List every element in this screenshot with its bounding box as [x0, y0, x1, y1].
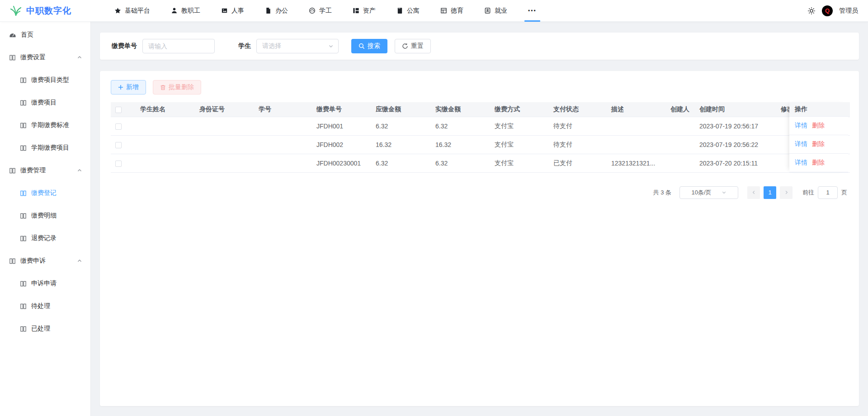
- batch-delete-button[interactable]: 批量删除: [153, 80, 201, 95]
- detail-link[interactable]: 详情: [795, 140, 807, 148]
- add-button[interactable]: 新增: [111, 80, 146, 95]
- reset-button[interactable]: 重置: [395, 39, 431, 53]
- book-icon: [20, 280, 27, 287]
- nav-item-10[interactable]: •••: [522, 0, 543, 22]
- book-icon: [20, 77, 27, 84]
- sidebar-item-缴费管理[interactable]: 缴费管理: [0, 159, 90, 182]
- nav-item-7[interactable]: 公寓: [390, 0, 426, 22]
- delete-link[interactable]: 删除: [812, 159, 825, 167]
- cell-student_no: [254, 117, 312, 135]
- nav-item-6[interactable]: 资产: [346, 0, 382, 22]
- sidebar-item-已处理[interactable]: 已处理: [0, 317, 90, 340]
- cell-amount_due: 16.32: [371, 135, 431, 154]
- cell-pay_status: 待支付: [549, 117, 607, 135]
- select-all-checkbox[interactable]: [115, 107, 122, 113]
- sidebar-item-缴费申诉[interactable]: 缴费申诉: [0, 250, 90, 272]
- settings-gear-icon[interactable]: [807, 7, 816, 15]
- page-size-select[interactable]: 10条/页: [679, 186, 738, 199]
- app-title: 中职数字化: [26, 5, 71, 17]
- book-icon: [20, 122, 27, 129]
- column-header: 缴费单号: [312, 102, 371, 117]
- student-select-placeholder: 请选择: [262, 42, 281, 50]
- employment-icon: [484, 7, 491, 14]
- column-header: 创建时间: [695, 102, 776, 117]
- nav-item-9[interactable]: 就业: [478, 0, 514, 22]
- sidebar-item-学期缴费标准[interactable]: 学期缴费标准: [0, 114, 90, 137]
- detail-link[interactable]: 详情: [795, 159, 807, 167]
- prev-page-button[interactable]: [747, 186, 760, 199]
- nav-item-3[interactable]: 人事: [215, 0, 250, 22]
- cell-student_name: [136, 117, 195, 135]
- search-button[interactable]: 搜索: [351, 39, 387, 53]
- sidebar-item-申诉申请[interactable]: 申诉申请: [0, 272, 90, 295]
- sidebar-item-待处理[interactable]: 待处理: [0, 295, 90, 317]
- chevron-right-icon: [784, 190, 789, 195]
- user-avatar[interactable]: Q: [822, 5, 833, 16]
- book-icon: [20, 303, 27, 310]
- cell-amount_due: 6.32: [371, 154, 431, 172]
- goto-page-input[interactable]: [818, 186, 838, 199]
- nav-item-label: 资产: [363, 7, 376, 15]
- chevron-up-icon: [77, 55, 82, 60]
- cell-order_no: JFDH00230001: [312, 154, 371, 172]
- column-header: 身份证号: [195, 102, 254, 117]
- nav-item-label: 德育: [451, 7, 463, 15]
- sidebar-item-缴费项目类型[interactable]: 缴费项目类型: [0, 69, 90, 91]
- top-nav: 基础平台教职工人事办公学工资产公寓德育就业•••: [104, 0, 547, 22]
- cell-pay_status: 已支付: [549, 154, 607, 172]
- nav-item-4[interactable]: 办公: [259, 0, 294, 22]
- book-icon: [20, 326, 27, 332]
- nav-item-2[interactable]: 教职工: [165, 0, 207, 22]
- order-no-input[interactable]: [142, 39, 215, 53]
- user-name[interactable]: 管理员: [839, 7, 858, 15]
- total-count: 共 3 条: [653, 189, 671, 197]
- search-icon: [359, 43, 365, 49]
- sidebar-item-缴费登记[interactable]: 缴费登记: [0, 182, 90, 204]
- apartment-icon: [396, 7, 403, 14]
- cell-student_no: [254, 135, 312, 154]
- row-checkbox[interactable]: [115, 142, 122, 148]
- student-label: 学生: [238, 42, 251, 50]
- page-number-1[interactable]: 1: [764, 186, 776, 199]
- sidebar-item-label: 缴费项目: [31, 99, 57, 107]
- operation-column: 操作 详情删除详情删除详情删除: [789, 102, 848, 172]
- nav-item-5[interactable]: 学工: [302, 0, 338, 22]
- nav-item-8[interactable]: 德育: [434, 0, 470, 22]
- nav-item-1[interactable]: 基础平台: [108, 0, 156, 22]
- sidebar-item-首页[interactable]: 首页: [0, 24, 90, 46]
- book-icon: [9, 167, 16, 174]
- app-header: 中职数字化 基础平台教职工人事办公学工资产公寓德育就业••• Q 管理员: [0, 0, 868, 22]
- filter-bar: 缴费单号 学生 请选择 搜索 重置: [100, 33, 859, 60]
- logo-area: 中职数字化: [10, 5, 99, 17]
- sidebar-item-label: 学期缴费标准: [31, 121, 69, 129]
- cell-id_card: [195, 135, 254, 154]
- cell-description: [607, 135, 666, 154]
- trash-icon: [160, 85, 166, 90]
- sidebar-item-缴费明细[interactable]: 缴费明细: [0, 204, 90, 227]
- sidebar-item-label: 已处理: [31, 325, 50, 333]
- sidebar-item-label: 学期缴费项目: [31, 144, 69, 152]
- sidebar: 首页缴费设置缴费项目类型缴费项目学期缴费标准学期缴费项目缴费管理缴费登记缴费明细…: [0, 22, 91, 416]
- delete-link[interactable]: 删除: [812, 122, 825, 130]
- detail-link[interactable]: 详情: [795, 122, 807, 130]
- cell-created_at: 2023-07-19 20:56:22: [695, 135, 776, 154]
- nav-item-label: 办公: [275, 7, 288, 15]
- cell-student_name: [136, 135, 195, 154]
- cell-pay_status: 待支付: [549, 135, 607, 154]
- sidebar-item-缴费项目[interactable]: 缴费项目: [0, 91, 90, 114]
- delete-link[interactable]: 删除: [812, 140, 825, 148]
- cell-pay_method: 支付宝: [490, 117, 549, 135]
- chevron-down-icon: [328, 43, 334, 49]
- order-no-label: 缴费单号: [112, 42, 137, 50]
- row-checkbox[interactable]: [115, 161, 122, 167]
- student-select[interactable]: 请选择: [256, 39, 339, 53]
- sidebar-item-缴费设置[interactable]: 缴费设置: [0, 46, 90, 69]
- sidebar-item-label: 申诉申请: [31, 279, 57, 288]
- column-header: 应缴金额: [371, 102, 431, 117]
- sidebar-item-学期缴费项目[interactable]: 学期缴费项目: [0, 137, 90, 159]
- next-page-button[interactable]: [780, 186, 793, 199]
- cell-amount_paid: 6.32: [431, 117, 490, 135]
- row-checkbox[interactable]: [115, 123, 122, 130]
- nav-item-label: 公寓: [407, 7, 420, 15]
- sidebar-item-退费记录[interactable]: 退费记录: [0, 227, 90, 250]
